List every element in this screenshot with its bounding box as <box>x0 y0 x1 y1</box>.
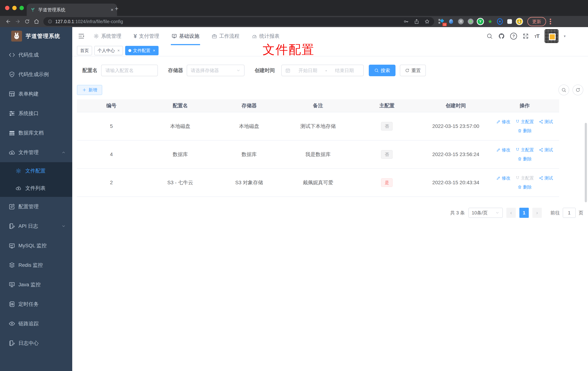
help-icon[interactable]: ? <box>510 33 517 40</box>
edit-action[interactable]: 修改 <box>496 147 510 153</box>
page-unit-label: 页 <box>579 210 583 216</box>
row-actions: 修改 主配置 测试 删除 <box>491 175 559 190</box>
page-number-active[interactable]: 1 <box>519 208 529 218</box>
delete-action[interactable]: 删除 <box>518 128 532 134</box>
sidebar-item-db-doc[interactable]: 数据库文档 <box>0 123 72 143</box>
share-icon[interactable] <box>414 19 419 24</box>
font-size-icon[interactable]: TT <box>534 33 539 39</box>
chrome-menu-icon[interactable] <box>550 21 551 22</box>
sidebar-item-config-management[interactable]: 配置管理 <box>0 197 72 216</box>
topnav-item-infrastructure[interactable]: 基础设施 <box>172 27 199 45</box>
refresh-table-button[interactable] <box>572 85 583 95</box>
extension-eye-icon[interactable] <box>497 19 503 24</box>
extension-balloon-icon[interactable] <box>448 19 454 24</box>
delete-action[interactable]: 删除 <box>518 184 532 190</box>
end-date-placeholder[interactable]: 结束日期 <box>329 67 360 74</box>
sidebar-item-file-config[interactable]: 文件配置 <box>0 162 72 180</box>
app-title: 芋道管理系统 <box>26 32 60 40</box>
browser-tab-strip: 芋道管理系统 × + <box>0 0 588 16</box>
sidebar-item-file-management[interactable]: 文件管理 <box>0 143 72 162</box>
maximize-window-button[interactable] <box>20 6 24 10</box>
tab-profile[interactable]: 个人中心 × <box>94 46 123 55</box>
goto-page-input[interactable] <box>563 208 576 218</box>
sidebar-item-api-log[interactable]: API 日志 <box>0 216 72 236</box>
close-window-button[interactable] <box>5 6 9 10</box>
profile-emoji-icon[interactable] <box>516 19 522 24</box>
config-name-input[interactable] <box>102 68 158 73</box>
site-info-icon[interactable] <box>48 19 52 24</box>
sidebar-submenu-file: 文件配置 文件列表 <box>0 162 72 197</box>
filter-form: 配置名 存储器 请选择存储器 创建时间 开始日期 - 结束日期 <box>82 65 588 76</box>
extension-y-icon[interactable]: Y <box>477 19 483 24</box>
delete-action[interactable]: 删除 <box>518 156 532 162</box>
topnav-label: 工作流程 <box>219 33 240 40</box>
reset-button[interactable]: 重置 <box>400 65 426 76</box>
sidebar-item-form-builder[interactable]: 表单构建 <box>0 84 72 104</box>
close-icon[interactable]: × <box>153 48 155 53</box>
sidebar-item-java-monitor[interactable]: Java 监控 <box>0 275 72 294</box>
extension-command-icon[interactable]: ⌘ <box>458 19 464 24</box>
sidebar-item-code-gen[interactable]: 代码生成 <box>0 45 72 65</box>
sidebar-item-tracing[interactable]: 链路追踪 <box>0 314 72 333</box>
sidebar-item-label: 配置管理 <box>18 203 39 210</box>
password-key-icon[interactable] <box>403 19 409 24</box>
reload-button[interactable] <box>22 19 32 24</box>
storage-select[interactable]: 请选择存储器 <box>187 65 244 76</box>
primary-action[interactable]: 主配置 <box>515 119 534 125</box>
edit-action[interactable]: 修改 <box>496 119 510 125</box>
user-avatar[interactable] <box>545 29 558 43</box>
chrome-update-button[interactable]: 更新 <box>527 17 546 26</box>
add-button[interactable]: 新增 <box>77 85 102 95</box>
extensions-puzzle-icon[interactable] <box>507 19 513 24</box>
back-button[interactable] <box>4 19 13 24</box>
primary-action[interactable]: 主配置 <box>515 147 534 153</box>
topnav-item-workflow[interactable]: 工作流程 <box>212 27 240 45</box>
prev-page-button[interactable]: ‹ <box>506 208 516 218</box>
tab-file-config[interactable]: 文件配置 × <box>125 46 158 55</box>
topnav-label: 基础设施 <box>179 33 199 40</box>
browser-tab[interactable]: 芋道管理系统 × <box>27 4 117 16</box>
sidebar-item-code-gen-demo[interactable]: 代码生成示例 <box>0 65 72 84</box>
test-action[interactable]: 测试 <box>539 147 553 153</box>
extension-tag-assistant-icon[interactable]: 11 <box>439 19 444 24</box>
forward-button[interactable] <box>13 19 22 24</box>
tab-home[interactable]: 首页 <box>77 46 92 55</box>
address-bar[interactable]: 127.0.0.1:1024/infra/file/file-config <box>43 17 434 26</box>
caret-down-icon[interactable]: ▾ <box>564 34 566 38</box>
fullscreen-icon[interactable] <box>523 33 529 39</box>
test-action[interactable]: 测试 <box>539 175 553 181</box>
github-icon[interactable] <box>498 33 505 39</box>
page-size-select[interactable]: 10条/页 <box>468 208 503 218</box>
extension-camera-icon[interactable] <box>468 19 473 24</box>
tab-close-icon[interactable]: × <box>111 7 113 12</box>
sidebar-item-system-api[interactable]: 系统接口 <box>0 104 72 123</box>
new-tab-button[interactable]: + <box>115 5 118 12</box>
extension-star-icon[interactable]: ★ <box>487 19 493 24</box>
search-button[interactable]: 搜索 <box>369 65 396 76</box>
start-date-placeholder[interactable]: 开始日期 <box>293 67 323 74</box>
cell-remark: 我是数据库 <box>284 140 352 169</box>
topnav-item-system[interactable]: 系统管理 <box>94 27 121 45</box>
sidebar-item-file-list[interactable]: 文件列表 <box>0 180 72 197</box>
edit-action[interactable]: 修改 <box>496 175 510 181</box>
storage-label: 存储器 <box>168 67 183 74</box>
top-navbar: 系统管理 ¥ 支付管理 基础设施 工作流程 <box>72 27 588 45</box>
scrollbar-thumb[interactable] <box>585 123 587 202</box>
search-toggle-button[interactable] <box>558 85 569 95</box>
sidebar-collapse-icon[interactable] <box>78 32 85 40</box>
sidebar-item-mysql-monitor[interactable]: MySQL 监控 <box>0 236 72 255</box>
primary-badge: 否 <box>381 150 393 159</box>
topnav-item-payment[interactable]: ¥ 支付管理 <box>134 27 159 45</box>
sidebar-item-log-center[interactable]: 日志中心 <box>0 333 72 353</box>
sidebar-item-redis-monitor[interactable]: Redis 监控 <box>0 255 72 275</box>
test-action[interactable]: 测试 <box>539 119 553 125</box>
search-icon[interactable] <box>486 33 493 39</box>
date-range-picker[interactable]: 开始日期 - 结束日期 <box>281 65 364 76</box>
trash-icon <box>518 129 522 133</box>
close-icon[interactable]: × <box>117 48 120 53</box>
next-page-button[interactable]: › <box>532 208 542 218</box>
bookmark-star-icon[interactable] <box>424 19 430 24</box>
minimize-window-button[interactable] <box>12 6 17 10</box>
sidebar-item-scheduled-tasks[interactable]: 定时任务 <box>0 294 72 314</box>
home-button[interactable] <box>32 19 41 24</box>
